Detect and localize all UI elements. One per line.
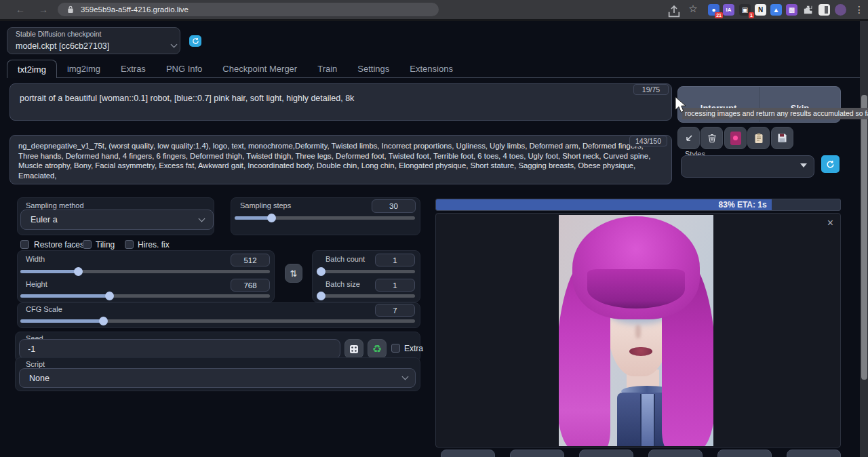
gallery-action-button[interactable]: [648, 450, 703, 457]
checkpoint-label: Stable Diffusion checkpoint: [16, 30, 101, 38]
extensions-puzzle-icon[interactable]: [802, 4, 814, 16]
styles-dropdown[interactable]: [681, 155, 814, 178]
save-style-button[interactable]: [771, 127, 793, 149]
gallery-action-button[interactable]: [717, 450, 772, 457]
sampling-steps-input[interactable]: [372, 199, 416, 213]
restore-faces-checkbox[interactable]: [20, 240, 29, 249]
slider-fill: [20, 270, 78, 273]
slider-fill: [235, 216, 271, 220]
url-text: 359e5b9a-a5ff-4216.gradio.live: [81, 5, 189, 14]
negative-prompt-token-counter: 143/150: [629, 136, 667, 146]
close-preview-icon[interactable]: ×: [827, 218, 833, 228]
gallery-action-button[interactable]: [441, 450, 495, 457]
slider-fill: [20, 319, 103, 323]
batch-count-slider[interactable]: [317, 270, 415, 273]
extension-image-icon[interactable]: ▲: [770, 4, 782, 16]
progress-text: 83% ETA: 1s: [719, 200, 767, 210]
width-label: Width: [26, 255, 45, 263]
checkpoint-value: model.ckpt [cc6cb27103]: [16, 41, 109, 51]
extension-updates-icon[interactable]: ●21: [708, 4, 719, 16]
arrow-down-left-icon: [684, 134, 694, 143]
gallery-action-button[interactable]: [787, 450, 841, 457]
slider-fill: [20, 294, 109, 298]
browser-menu-icon[interactable]: ⋮: [852, 3, 866, 16]
extra-seed-checkbox[interactable]: [391, 344, 400, 353]
slider-thumb[interactable]: [317, 267, 326, 276]
extension-badge: 21: [715, 12, 723, 18]
restore-faces-label: Restore faces: [34, 240, 84, 250]
tab-txt2img[interactable]: txt2img: [7, 60, 57, 78]
random-seed-button[interactable]: [344, 339, 363, 359]
cfg-scale-label: CFG Scale: [26, 305, 62, 313]
extra-networks-button[interactable]: [724, 127, 747, 149]
tiling-label: Tiling: [96, 240, 115, 250]
script-label: Script: [26, 360, 45, 368]
refresh-checkpoints-button[interactable]: [189, 35, 201, 47]
tab-train[interactable]: Train: [307, 60, 347, 78]
checkpoint-dropdown[interactable]: Stable Diffusion checkpoint model.ckpt […: [7, 27, 180, 54]
generated-image-preview[interactable]: [559, 215, 713, 446]
height-input[interactable]: [231, 279, 270, 292]
paste-generation-params-button[interactable]: [677, 127, 700, 149]
tab-extensions[interactable]: Extensions: [399, 60, 463, 78]
page-scrollbar[interactable]: [860, 21, 868, 457]
extension-capture-icon[interactable]: ▣1: [739, 4, 751, 16]
tab-img2img[interactable]: img2img: [57, 60, 111, 78]
gallery-action-button[interactable]: [510, 450, 564, 457]
back-icon[interactable]: ←: [14, 3, 27, 16]
batch-size-label: Batch size: [326, 280, 360, 288]
refresh-icon: [192, 37, 199, 45]
negative-prompt-input[interactable]: ng_deepnegative_v1_75t, (worst quality, …: [9, 135, 672, 184]
padlock-icon: [67, 5, 74, 14]
extension-notion-icon[interactable]: N: [755, 4, 766, 16]
swap-dimensions-button[interactable]: ⇅: [285, 264, 302, 283]
sidebar-panel-icon[interactable]: [818, 4, 830, 16]
extension-badge: 1: [749, 12, 754, 18]
gallery-action-button[interactable]: [579, 450, 633, 457]
apply-styles-button[interactable]: [747, 127, 770, 149]
window-divider: [0, 19, 868, 21]
extension-ia-icon[interactable]: IA: [723, 4, 734, 16]
prompt-input[interactable]: portrait of a beautiful [woman::0.1] rob…: [9, 83, 672, 121]
slider-thumb[interactable]: [105, 292, 114, 300]
batch-count-input[interactable]: [375, 254, 415, 266]
reuse-seed-button[interactable]: ♻: [368, 339, 387, 359]
extension-onenote-icon[interactable]: ▩: [786, 4, 797, 16]
cfg-scale-input[interactable]: [375, 304, 415, 317]
height-label: Height: [26, 280, 47, 288]
forward-icon[interactable]: →: [37, 3, 50, 16]
refresh-icon: [826, 160, 835, 169]
tab-extras[interactable]: Extras: [111, 60, 156, 78]
share-icon[interactable]: [667, 5, 681, 18]
width-input[interactable]: [231, 254, 270, 266]
trash-icon: [707, 133, 717, 143]
clear-prompt-button[interactable]: [701, 127, 723, 149]
seed-input[interactable]: [19, 339, 340, 359]
slider-thumb[interactable]: [74, 267, 83, 276]
sampling-method-dropdown[interactable]: Euler a: [20, 210, 214, 230]
tab-png-info[interactable]: PNG Info: [156, 60, 212, 78]
profile-avatar[interactable]: [835, 4, 846, 16]
stable-diffusion-webui: ← → ↻ 359e5b9a-a5ff-4216.gradio.live ☆ ●…: [0, 0, 868, 457]
sampling-method-label: Sampling method: [26, 201, 84, 210]
batch-size-input[interactable]: [375, 279, 415, 292]
address-bar[interactable]: 359e5b9a-a5ff-4216.gradio.live: [58, 3, 439, 16]
slider-thumb[interactable]: [317, 292, 326, 300]
swap-arrows-icon: ⇅: [290, 269, 298, 279]
script-dropdown[interactable]: None: [19, 368, 416, 388]
tab-settings[interactable]: Settings: [347, 60, 399, 78]
hires-fix-checkbox[interactable]: [125, 240, 134, 249]
tiling-checkbox[interactable]: [83, 240, 92, 249]
tabbar: txt2img img2img Extras PNG Info Checkpoi…: [7, 60, 860, 78]
slider-thumb[interactable]: [267, 214, 276, 222]
refresh-styles-button[interactable]: [821, 155, 840, 173]
slider-thumb[interactable]: [99, 317, 108, 325]
scrollbar-thumb[interactable]: [861, 95, 867, 380]
card-icon: [730, 132, 741, 145]
tab-checkpoint-merger[interactable]: Checkpoint Merger: [212, 60, 307, 78]
browser-toolbar: ← → ↻ 359e5b9a-a5ff-4216.gradio.live ☆ ●…: [0, 0, 868, 19]
recycle-icon: ♻: [372, 342, 382, 355]
mouse-cursor: [674, 96, 689, 114]
bookmark-star-icon[interactable]: ☆: [686, 2, 700, 16]
batch-size-slider[interactable]: [317, 294, 415, 298]
